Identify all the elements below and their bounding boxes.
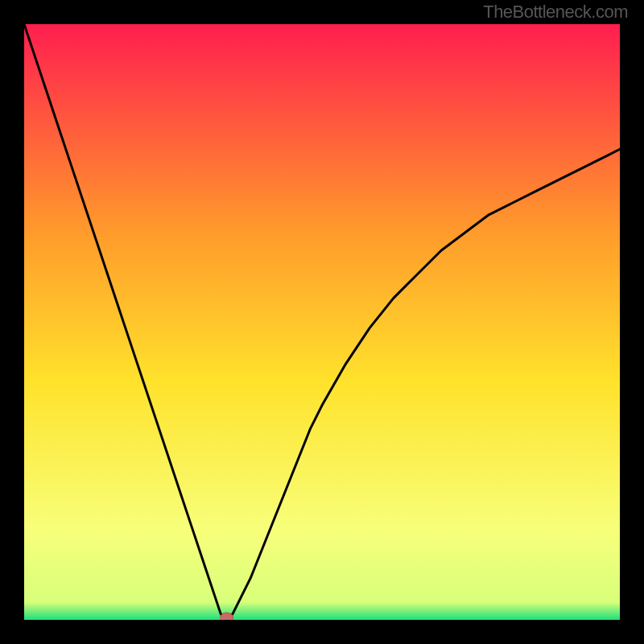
- watermark-text: TheBottleneck.com: [483, 2, 628, 23]
- chart-frame: TheBottleneck.com: [0, 0, 644, 644]
- optimal-marker: [221, 613, 233, 620]
- bottleneck-plot: [24, 24, 620, 620]
- gradient-background: [24, 24, 620, 620]
